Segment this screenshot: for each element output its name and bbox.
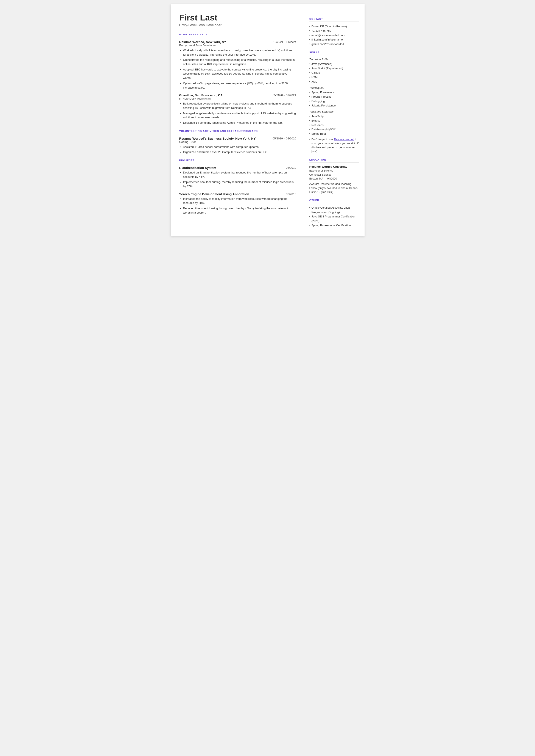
bullet-item: Adopted SEO keywords to activate the com…	[183, 68, 296, 80]
techniques-list: Spring Framework Program Testing Debuggi…	[309, 90, 359, 108]
job-block-2: Growthsi, San Francisco, CA 05/2020 – 09…	[179, 94, 296, 125]
tool-item: JavaScript	[309, 114, 359, 119]
applicant-job-title: Entry-Level Java Developer	[179, 23, 296, 27]
volunteer-dates-1: 05/2019 – 02/2020	[272, 137, 296, 140]
bullet-item: Designed an E-authentication system that…	[183, 170, 296, 179]
job-header-2: Growthsi, San Francisco, CA 05/2020 – 09…	[179, 94, 296, 97]
other-list: Oracle Certified Associate Java Programm…	[309, 206, 359, 228]
volunteer-bullets-1: Assisted 11 area school corporations wit…	[179, 145, 296, 154]
skill-item: Java Script (Experienced)	[309, 66, 359, 71]
contact-item-email: email@resumeworded.com	[309, 33, 359, 38]
skill-item: GitHub	[309, 71, 359, 75]
name-title-block: First Last Entry-Level Java Developer	[179, 13, 296, 27]
project-bullets-2: Increased the ability to modify informat…	[179, 197, 296, 215]
bullet-item: Optimized traffic, page views, and user …	[183, 81, 296, 90]
bullet-item: Worked closely with 7 team members to de…	[183, 48, 296, 57]
other-item: Spring Professional Certification.	[309, 223, 359, 228]
technique-item: Spring Framework	[309, 90, 359, 95]
project-header-2: Search Engine Development Using Annotati…	[179, 192, 296, 196]
edu-school: Resume Worded University	[309, 165, 359, 168]
contact-item-github: github.com/resumeworded	[309, 42, 359, 46]
skills-section-header: SKILLS	[309, 51, 359, 54]
contact-divider	[309, 21, 359, 22]
volunteering-header: VOLUNTEERING ACTIVITIES AND EXTRACURRICU…	[179, 130, 296, 132]
tool-item: Spring Boot	[309, 132, 359, 136]
job-bullets-2: Built reputation by proactively taking o…	[179, 101, 296, 125]
technique-item: Debugging	[309, 99, 359, 103]
volunteer-header-1: Resume Worded's Business Society, New Yo…	[179, 137, 296, 140]
left-column: First Last Entry-Level Java Developer WO…	[171, 4, 304, 236]
edu-date: Boston, MA — 04/2020	[309, 177, 359, 181]
project-block-1: E-authentication System 04/2019 Designed…	[179, 166, 296, 188]
other-item: Java SE 8 Programmer Certification (2021…	[309, 214, 359, 223]
tool-item: NetBeans	[309, 123, 359, 127]
job-role-2: IT Help Desk Technician	[179, 97, 296, 100]
volunteer-role-1: Coding Tutor	[179, 140, 296, 144]
skill-item: XML	[309, 79, 359, 84]
education-section-header: EDUCATION	[309, 158, 359, 161]
applicant-name: First Last	[179, 13, 296, 22]
bullet-item: Implemented shoulder surfing, thereby re…	[183, 180, 296, 188]
project-bullets-1: Designed an E-authentication system that…	[179, 170, 296, 188]
job-company-1: Resume Worded, New York, NY	[179, 40, 226, 44]
work-experience-header: WORK EXPERIENCE	[179, 33, 296, 36]
contact-item-phone: +1-234-456-789	[309, 29, 359, 33]
tools-label: Tools and Software:	[309, 110, 359, 113]
technique-item: Jakarta Persistence	[309, 103, 359, 108]
project-block-2: Search Engine Development Using Annotati…	[179, 192, 296, 215]
bullet-item: Built reputation by proactively taking o…	[183, 101, 296, 110]
tool-item: Databases (MySQL)	[309, 127, 359, 132]
bullet-item: Increased the ability to modify informat…	[183, 197, 296, 205]
project-date-2: 03/2019	[286, 192, 296, 196]
skill-item: Java (Advanced)	[309, 62, 359, 66]
project-header-1: E-authentication System 04/2019	[179, 166, 296, 170]
resume-worded-link[interactable]: Resume Worded	[334, 138, 354, 141]
technical-skills-list: Java (Advanced) Java Script (Experienced…	[309, 62, 359, 84]
contact-item-location: Dover, DE (Open to Remote)	[309, 24, 359, 29]
tool-item: Eclipse	[309, 119, 359, 123]
technique-item: Program Testing	[309, 95, 359, 99]
techniques-label: Techniques:	[309, 86, 359, 90]
bullet-item: Organized and tutored over 20 Computer S…	[183, 150, 296, 154]
contact-list: Dover, DE (Open to Remote) +1-234-456-78…	[309, 24, 359, 46]
bullet-item: Assisted 11 area school corporations wit…	[183, 145, 296, 149]
contact-item-linkedin: linkedin.com/in/username	[309, 38, 359, 42]
projects-header: PROJECTS	[179, 159, 296, 162]
contact-section-header: CONTACT	[309, 18, 359, 20]
job-dates-2: 05/2020 – 09/2021	[272, 94, 296, 97]
project-title-1: E-authentication System	[179, 166, 216, 170]
volunteer-org-1: Resume Worded's Business Society, New Yo…	[179, 137, 256, 140]
edu-field: Computer Science	[309, 173, 359, 177]
edu-awards: Awards: Resume Worded Teaching Fellow (o…	[309, 182, 359, 194]
tools-list: JavaScript Eclipse NetBeans Databases (M…	[309, 114, 359, 136]
right-column: CONTACT Dover, DE (Open to Remote) +1-23…	[304, 4, 365, 236]
job-bullets-1: Worked closely with 7 team members to de…	[179, 48, 296, 90]
job-block-1: Resume Worded, New York, NY 10/2021 – Pr…	[179, 40, 296, 90]
resume-page: First Last Entry-Level Java Developer WO…	[171, 4, 365, 236]
bullet-item: Orchestrated the redesigning and relaunc…	[183, 58, 296, 66]
job-company-2: Growthsi, San Francisco, CA	[179, 94, 223, 97]
job-dates-1: 10/2021 – Present	[273, 40, 296, 43]
project-date-1: 04/2019	[286, 166, 296, 169]
promo-text-block: Don't forget to use Resume Worded to sca…	[309, 137, 359, 154]
technical-skills-label: Technical Skills:	[309, 58, 359, 61]
bullet-item: Designed 14 company logos using Adobe Ph…	[183, 121, 296, 125]
job-role-1: Entry- Level Java Developer	[179, 44, 296, 47]
project-title-2: Search Engine Development Using Annotati…	[179, 192, 249, 196]
job-header-1: Resume Worded, New York, NY 10/2021 – Pr…	[179, 40, 296, 44]
bullet-item: Managed long-term daily maintenance and …	[183, 111, 296, 120]
volunteer-block-1: Resume Worded's Business Society, New Yo…	[179, 137, 296, 154]
bullet-item: Reduced time spent looking through searc…	[183, 206, 296, 215]
other-item: Oracle Certified Associate Java Programm…	[309, 206, 359, 214]
skill-item: HTML	[309, 75, 359, 79]
edu-degree: Bachelor of Science	[309, 169, 359, 173]
other-section-header: OTHER	[309, 199, 359, 202]
